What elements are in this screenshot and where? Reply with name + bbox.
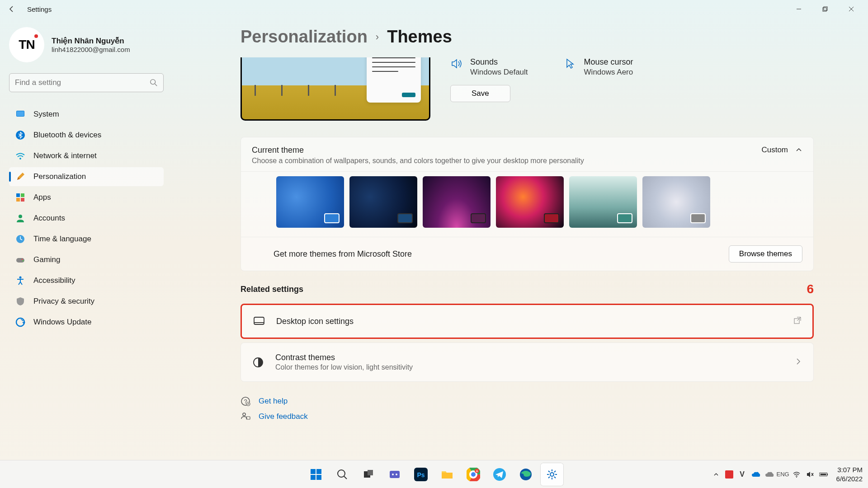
save-button[interactable]: Save: [450, 85, 510, 102]
back-button[interactable]: [4, 1, 20, 17]
give-feedback-link[interactable]: Give feedback: [241, 409, 841, 424]
taskbar-chrome[interactable]: A: [462, 463, 485, 486]
theme-gallery: [241, 171, 813, 237]
theme-tile[interactable]: [569, 176, 637, 228]
cursor-option[interactable]: Mouse cursor Windows Aero: [564, 57, 633, 102]
breadcrumb-current: Themes: [387, 27, 452, 47]
theme-tile[interactable]: [349, 176, 417, 228]
svg-point-35: [338, 470, 345, 477]
clock-globe-icon: [15, 234, 25, 244]
tray-onedrive[interactable]: [751, 470, 760, 479]
nav-apps[interactable]: Apps: [9, 188, 164, 207]
nav-time[interactable]: Time & language: [9, 230, 164, 249]
tray-volume[interactable]: [806, 470, 815, 479]
taskbar-explorer[interactable]: [436, 463, 458, 486]
taskbar-chat[interactable]: [383, 463, 406, 486]
taskbar-telegram[interactable]: [488, 463, 511, 486]
nav-privacy[interactable]: Privacy & security: [9, 292, 164, 311]
svg-rect-59: [820, 474, 826, 475]
svg-point-41: [396, 474, 397, 475]
accessibility-icon: [15, 276, 25, 286]
tray-battery[interactable]: [819, 470, 828, 479]
tray-app2[interactable]: V: [738, 470, 747, 479]
person-icon: [15, 213, 25, 223]
taskbar-edge[interactable]: [514, 463, 537, 486]
maximize-button[interactable]: [812, 0, 838, 18]
nav-label: Accessibility: [33, 276, 75, 285]
current-theme-card: Current theme Choose a combination of wa…: [241, 137, 814, 271]
profile-email: linh41822000@gmail.com: [52, 46, 130, 53]
tray-clock[interactable]: 3:07 PM 6/6/2022: [836, 465, 863, 483]
desktop-icon-settings-link[interactable]: Desktop icon settings: [241, 304, 814, 339]
avatar: TN: [9, 27, 44, 62]
theme-expand-toggle[interactable]: Custom: [761, 145, 802, 155]
svg-rect-12: [21, 198, 24, 202]
help-link-label: Give feedback: [259, 412, 308, 421]
minimize-button[interactable]: [786, 0, 812, 18]
svg-rect-39: [390, 471, 400, 478]
nav-accounts[interactable]: Accounts: [9, 209, 164, 228]
cursor-icon: [564, 57, 577, 70]
search-input-wrapper[interactable]: [9, 73, 164, 92]
profile-block[interactable]: TN Thiện Nhân Nguyễn linh41822000@gmail.…: [9, 27, 164, 62]
theme-tile[interactable]: [642, 176, 710, 228]
svg-point-56: [796, 477, 797, 478]
tray-weather[interactable]: [765, 470, 774, 479]
get-help-link[interactable]: ? Get help: [241, 394, 841, 409]
edge-icon: [519, 468, 533, 481]
taskbar-photoshop[interactable]: Ps: [410, 463, 432, 486]
sounds-option[interactable]: Sounds Windows Default: [450, 57, 528, 77]
taskbar-settings[interactable]: [541, 463, 563, 486]
search-icon: [336, 469, 348, 480]
close-button[interactable]: [838, 0, 864, 18]
avatar-dot-icon: [34, 34, 38, 38]
annotation-number: 6: [807, 282, 814, 296]
svg-line-36: [344, 476, 347, 479]
browse-themes-button[interactable]: Browse themes: [729, 245, 802, 263]
profile-name: Thiện Nhân Nguyễn: [52, 36, 130, 46]
current-theme-selected: Custom: [761, 145, 788, 155]
svg-rect-6: [17, 111, 24, 116]
tray-wifi[interactable]: [792, 470, 801, 479]
nav-bluetooth[interactable]: Bluetooth & devices: [9, 126, 164, 145]
nav-accessibility[interactable]: Accessibility: [9, 271, 164, 290]
search-input[interactable]: [15, 78, 150, 87]
tray-app1[interactable]: [725, 470, 733, 479]
search-icon: [150, 79, 158, 87]
chat-icon: [388, 468, 401, 481]
related-item-title: Contrast themes: [275, 353, 413, 362]
sounds-title: Sounds: [470, 57, 528, 67]
tray-chevron[interactable]: [712, 470, 721, 479]
svg-line-4: [155, 84, 157, 86]
start-button[interactable]: [305, 463, 327, 486]
nav-personalization[interactable]: Personalization: [9, 167, 164, 186]
nav-label: Time & language: [33, 235, 91, 244]
monitor-icon: [15, 109, 25, 119]
related-item-desc: Color themes for low vision, light sensi…: [275, 363, 413, 371]
nav-network[interactable]: Network & internet: [9, 146, 164, 165]
nav-gaming[interactable]: Gaming: [9, 250, 164, 269]
chevron-up-icon: [713, 471, 719, 478]
store-text: Get more themes from Microsoft Store: [274, 249, 412, 259]
theme-tile[interactable]: [423, 176, 491, 228]
preview-window-icon: [367, 57, 421, 103]
svg-rect-20: [254, 317, 264, 324]
taskbar-search[interactable]: [331, 463, 354, 486]
nav-system[interactable]: System: [9, 105, 164, 124]
nav-label: Personalization: [33, 172, 86, 181]
contrast-themes-link[interactable]: Contrast themes Color themes for low vis…: [241, 343, 814, 382]
svg-rect-1: [823, 8, 826, 11]
nav-update[interactable]: Windows Update: [9, 313, 164, 332]
tray-input[interactable]: ENG: [778, 470, 788, 479]
svg-point-55: [550, 473, 554, 476]
svg-rect-32: [316, 469, 321, 474]
chevron-right-icon: [794, 357, 802, 366]
breadcrumb-parent[interactable]: Personalization: [241, 27, 368, 47]
help-link-label: Get help: [259, 397, 288, 406]
svg-point-17: [23, 260, 24, 262]
taskbar-taskview[interactable]: [357, 463, 380, 486]
taskview-icon: [363, 469, 374, 480]
theme-tile[interactable]: [276, 176, 344, 228]
svg-rect-33: [311, 475, 316, 480]
theme-tile[interactable]: [496, 176, 564, 228]
